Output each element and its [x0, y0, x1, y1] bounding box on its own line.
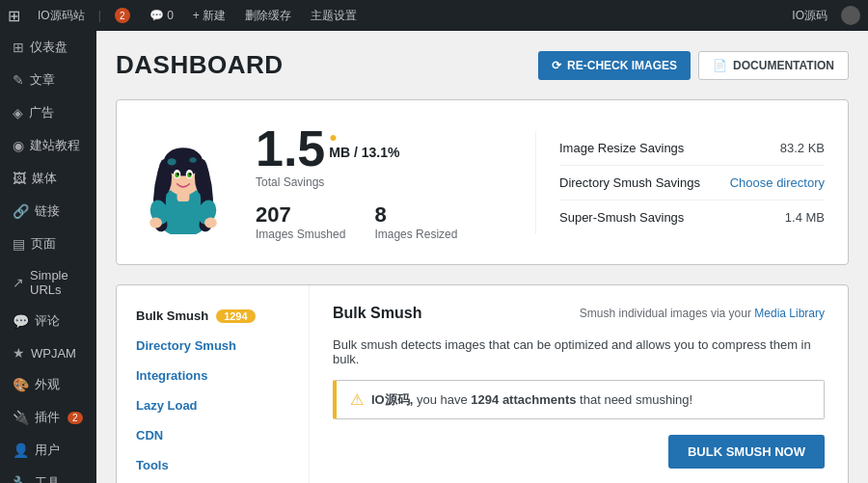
delete-cache-button[interactable]: 删除缓存: [239, 8, 297, 24]
sidebar-item-pages[interactable]: ▤ 页面: [0, 228, 96, 260]
panel-tab-lazy-load[interactable]: Lazy Load: [117, 390, 309, 420]
recheck-images-button[interactable]: ⟳ RE-CHECK IMAGES: [538, 51, 691, 80]
sidebar: ⊞ 仪表盘 ✎ 文章 ◈ 广告 ◉ 建站教程 🖼 媒体 🔗 链接 ▤ 页面 ↗: [0, 31, 96, 483]
images-smushed-stat: 207 Images Smushed: [256, 202, 345, 241]
stats-right: Image Resize Savings 83.2 KB Directory S…: [535, 131, 825, 234]
panel-content-header: Bulk Smush Smush individual images via y…: [333, 305, 825, 322]
bulk-smush-badge: 1294: [216, 309, 255, 323]
comments-icon: 💬: [13, 313, 29, 329]
savings-meta: ● MB / 13.1%: [329, 129, 399, 160]
recheck-icon: ⟳: [552, 59, 561, 72]
sidebar-item-tutorials[interactable]: ◉ 建站教程: [0, 129, 96, 162]
site-name[interactable]: IO源码站: [32, 8, 91, 24]
theme-settings-button[interactable]: 主题设置: [305, 8, 363, 24]
doc-icon: 📄: [713, 59, 727, 72]
header-buttons: ⟳ RE-CHECK IMAGES 📄 DOCUMENTATION: [538, 51, 849, 80]
directory-smush-savings-row: Directory Smush Savings Choose directory: [559, 166, 825, 201]
admin-bar-right: IO源码: [786, 6, 860, 25]
images-smushed-label: Images Smushed: [256, 228, 345, 241]
panel-tab-directory-smush[interactable]: Directory Smush: [117, 331, 309, 361]
panel-content-hint: Smush individual images via your Media L…: [580, 307, 825, 320]
svg-point-14: [149, 217, 162, 228]
savings-warning-icon: ●: [329, 129, 337, 145]
pages-icon: ▤: [13, 236, 25, 252]
simple-urls-icon: ↗: [13, 275, 24, 290]
admin-bar: ⊞ IO源码站 | 2 💬 0 + 新建 删除缓存 主题设置 IO源码: [0, 0, 868, 31]
images-resized-num: 8: [374, 202, 457, 228]
stats-counts: 207 Images Smushed 8 Images Resized: [256, 202, 516, 241]
users-icon: 👤: [13, 443, 29, 458]
savings-unit: MB / 13.1%: [329, 145, 399, 160]
notification-badge: 2: [115, 8, 130, 23]
sep1: |: [98, 9, 101, 22]
links-icon: 🔗: [13, 203, 29, 219]
savings-display: 1.5 ● MB / 13.1%: [256, 123, 516, 174]
panel-content-desc: Bulk smush detects images that can be op…: [333, 337, 825, 366]
wpjam-icon: ★: [13, 345, 25, 361]
dashboard-icon: ⊞: [13, 40, 24, 55]
panel-tab-bulk-smush[interactable]: Bulk Smush 1294: [117, 301, 309, 331]
new-post-button[interactable]: + 新建: [187, 8, 231, 24]
panel-content: Bulk Smush Smush individual images via y…: [310, 285, 848, 483]
panel-tab-tools[interactable]: Tools: [117, 450, 309, 480]
sidebar-item-appearance[interactable]: 🎨 外观: [0, 368, 96, 401]
panel-layout: Bulk Smush 1294 Directory Smush Integrat…: [117, 285, 848, 483]
svg-point-11: [189, 173, 191, 175]
avatar[interactable]: [841, 6, 860, 25]
bulk-smush-action-area: BULK SMUSH NOW: [333, 435, 825, 469]
svg-point-15: [204, 217, 217, 228]
sidebar-item-links[interactable]: 🔗 链接: [0, 195, 96, 228]
panel-sidebar: Bulk Smush 1294 Directory Smush Integrat…: [117, 285, 310, 483]
panel-tab-cdn[interactable]: CDN: [117, 420, 309, 450]
sidebar-item-comments[interactable]: 💬 评论: [0, 305, 96, 337]
sidebar-item-dashboard[interactable]: ⊞ 仪表盘: [0, 31, 96, 64]
sidebar-item-tools[interactable]: 🔧 工具: [0, 467, 96, 483]
notice-warning-icon: ⚠: [350, 390, 364, 409]
images-smushed-num: 207: [256, 202, 345, 228]
ads-icon: ◈: [13, 105, 23, 121]
media-icon: 🖼: [13, 171, 26, 186]
content-area: DASHBOARD ⟳ RE-CHECK IMAGES 📄 DOCUMENTAT…: [96, 31, 868, 483]
sidebar-item-media[interactable]: 🖼 媒体: [0, 162, 96, 195]
tools-icon: 🔧: [13, 475, 29, 483]
comments-item[interactable]: 💬 0: [144, 9, 179, 22]
sidebar-item-users[interactable]: 👤 用户: [0, 434, 96, 467]
mascot: [140, 128, 236, 237]
dashboard-header: DASHBOARD ⟳ RE-CHECK IMAGES 📄 DOCUMENTAT…: [116, 50, 849, 80]
stats-main: 1.5 ● MB / 13.1% Total Savings 207 Image…: [256, 123, 516, 241]
sidebar-item-ads[interactable]: ◈ 广告: [0, 96, 96, 129]
appearance-icon: 🎨: [13, 377, 29, 392]
notice-text: IO源码, you have 1294 attachments that nee…: [371, 391, 692, 409]
plugins-badge: 2: [68, 412, 83, 424]
panel-content-title: Bulk Smush: [333, 305, 421, 322]
svg-point-17: [189, 157, 196, 163]
sidebar-item-posts[interactable]: ✎ 文章: [0, 64, 96, 96]
documentation-button[interactable]: 📄 DOCUMENTATION: [698, 51, 849, 80]
sidebar-item-wpjam[interactable]: ★ WPJAM: [0, 337, 96, 368]
main-layout: ⊞ 仪表盘 ✎ 文章 ◈ 广告 ◉ 建站教程 🖼 媒体 🔗 链接 ▤ 页面 ↗: [0, 31, 868, 483]
images-resized-label: Images Resized: [374, 228, 457, 241]
sidebar-item-plugins[interactable]: 🔌 插件 2: [0, 401, 96, 434]
comment-icon: 💬: [149, 9, 164, 22]
svg-point-10: [176, 173, 178, 175]
bulk-smush-now-button[interactable]: BULK SMUSH NOW: [668, 435, 825, 469]
media-library-link[interactable]: Media Library: [754, 307, 825, 320]
sidebar-item-simple-urls[interactable]: ↗ Simple URLs: [0, 260, 96, 305]
plugins-icon: 🔌: [13, 410, 29, 425]
savings-label: Total Savings: [256, 175, 516, 189]
user-label[interactable]: IO源码: [786, 8, 833, 24]
savings-number: 1.5: [256, 123, 325, 174]
mascot-svg: [140, 128, 227, 234]
tutorials-icon: ◉: [13, 138, 24, 153]
panel-tab-integrations[interactable]: Integrations: [117, 361, 309, 390]
notice-box: ⚠ IO源码, you have 1294 attachments that n…: [333, 380, 825, 419]
notifications-count[interactable]: 2: [109, 8, 136, 23]
notice-site-link[interactable]: IO源码,: [371, 392, 413, 407]
super-smush-savings-row: Super-Smush Savings 1.4 MB: [559, 201, 825, 234]
wp-logo[interactable]: ⊞: [8, 7, 20, 25]
page-title: DASHBOARD: [116, 50, 284, 80]
posts-icon: ✎: [13, 72, 24, 88]
stats-card: 1.5 ● MB / 13.1% Total Savings 207 Image…: [116, 99, 849, 265]
main-panel: Bulk Smush 1294 Directory Smush Integrat…: [116, 284, 849, 483]
choose-directory-link[interactable]: Choose directory: [730, 175, 825, 190]
